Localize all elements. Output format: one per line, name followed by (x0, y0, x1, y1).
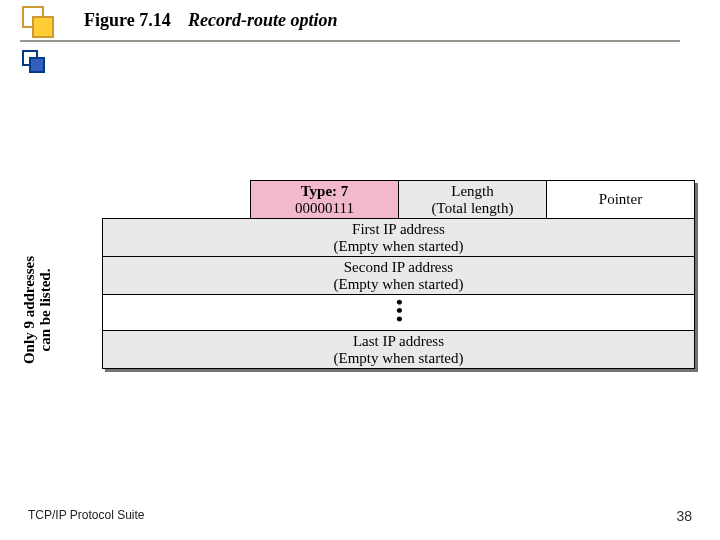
table-header-row: Type: 7 00000111 Length (Total length) P… (103, 181, 695, 219)
side-note-line2: can be listed. (38, 235, 54, 385)
type-bits: 00000111 (255, 200, 394, 217)
length-cell: Length (Total length) (399, 181, 547, 219)
addr1-sub: (Empty when started) (107, 238, 690, 255)
slide: Figure 7.14 Record-route option Only 9 a… (0, 0, 720, 540)
page-number: 38 (676, 508, 692, 524)
figure-number: Figure 7.14 (84, 10, 171, 31)
option-format-table: Type: 7 00000111 Length (Total length) P… (102, 180, 695, 369)
side-note-line1: Only 9 addresses (22, 235, 38, 385)
addrN-title: Last IP address (353, 333, 444, 349)
addr2-title: Second IP address (344, 259, 453, 275)
dots-icon: ••• (394, 299, 403, 324)
table-row: First IP address (Empty when started) (103, 219, 695, 257)
table-row: Second IP address (Empty when started) (103, 257, 695, 295)
type-cell: Type: 7 00000111 (251, 181, 399, 219)
header-bullet-icon (22, 6, 56, 40)
header-rule (20, 40, 680, 42)
addrN-sub: (Empty when started) (107, 350, 690, 367)
pointer-cell: Pointer (547, 181, 695, 219)
addr2-sub: (Empty when started) (107, 276, 690, 293)
type-label: Type: 7 (301, 183, 349, 199)
footer-source: TCP/IP Protocol Suite (28, 508, 145, 522)
pointer-label: Pointer (599, 191, 642, 207)
length-label: Length (451, 183, 494, 199)
figure-title: Record-route option (188, 10, 338, 31)
addr1-title: First IP address (352, 221, 445, 237)
sub-bullet-icon (22, 50, 48, 76)
table-row: Last IP address (Empty when started) (103, 331, 695, 369)
length-sub: (Total length) (403, 200, 542, 217)
ellipsis-row: ••• (103, 301, 695, 325)
